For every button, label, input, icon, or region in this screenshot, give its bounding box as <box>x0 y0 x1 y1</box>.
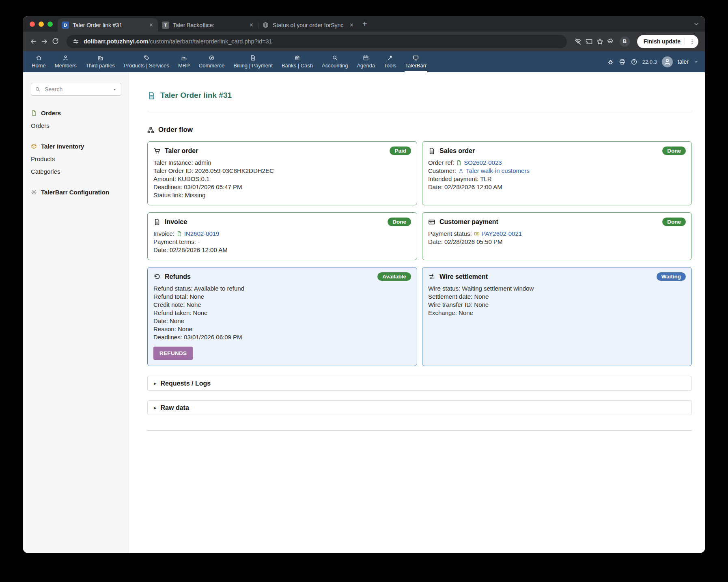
close-window-button[interactable] <box>30 22 35 27</box>
browser-profile-avatar[interactable]: B <box>620 37 630 47</box>
dolibarr-topbar: HomeMembersThird partiesProducts | Servi… <box>23 51 705 72</box>
menu-item-label: Commerce <box>199 63 225 69</box>
chevron-right-icon: ▸ <box>154 380 157 386</box>
card-line: Wire status: Waiting settlement window <box>428 285 686 293</box>
talerbarr-icon <box>413 55 419 61</box>
card-line: Taler Instance: admin <box>153 159 411 167</box>
user-menu[interactable]: taler <box>678 58 689 65</box>
card-line: Refund taken: None <box>153 309 411 317</box>
browser-window: DTaler Order link #31×TTaler Backoffice:… <box>23 16 705 553</box>
menu-item-label: TalerBarr <box>405 63 427 69</box>
tab-search-icon[interactable] <box>693 20 700 28</box>
card-link-so2602-0023[interactable]: SO2602-0023 <box>464 159 502 167</box>
gear-icon <box>31 189 37 195</box>
browser-menu-icon[interactable] <box>689 39 695 45</box>
forward-icon[interactable] <box>41 38 48 45</box>
back-icon[interactable] <box>30 38 37 45</box>
card-line-label: Invoice: <box>153 230 174 238</box>
chevron-right-icon: ▸ <box>154 405 157 411</box>
card-link-taler-walk-in-customers[interactable]: Taler walk-in customers <box>466 167 530 175</box>
menu-item-commerce[interactable]: Commerce <box>194 51 229 72</box>
sitemap-icon <box>147 127 154 134</box>
menu-item-billing-payment[interactable]: Billing | Payment <box>229 51 277 72</box>
search-input[interactable] <box>44 86 109 93</box>
refunds-button[interactable]: REFUNDS <box>153 347 193 360</box>
menu-item-label: Third parties <box>86 63 115 69</box>
card-link-pay2602-0021[interactable]: PAY2602-0021 <box>482 230 522 238</box>
browser-tab-taler-backoffice[interactable]: TTaler Backoffice:× <box>158 18 258 32</box>
address-bar[interactable]: dolibarr.potuzhnyi.com/custom/talerbarr/… <box>67 35 567 48</box>
user-avatar[interactable] <box>662 56 673 67</box>
status-badge: Done <box>388 218 411 226</box>
menu-item-talerbarr[interactable]: TalerBarr <box>401 51 431 72</box>
card-line: Intended payment: TLR <box>428 175 686 183</box>
card-line: Wire transfer ID: None <box>428 301 686 309</box>
cart-icon <box>153 147 161 155</box>
search-combobox[interactable] <box>31 83 121 96</box>
card-header: Sales orderDone <box>428 147 686 155</box>
network-error-icon[interactable] <box>574 38 582 45</box>
menu-item-accounting[interactable]: Accounting <box>317 51 352 72</box>
debug-bug-icon[interactable] <box>607 58 614 65</box>
tab-title: Status of your order forSync <box>273 22 345 28</box>
sidebar-section-taler-inventory[interactable]: Taler Inventory <box>31 143 121 150</box>
maximize-window-button[interactable] <box>47 22 53 27</box>
menu-item-banks-cash[interactable]: Banks | Cash <box>277 51 317 72</box>
order-link-doc-icon <box>147 91 156 100</box>
user-menu-caret-icon[interactable] <box>694 59 698 64</box>
card-refunds: RefundsAvailableRefund status: Available… <box>147 267 417 366</box>
card-header: Taler orderPaid <box>153 147 411 155</box>
collapsible-raw-data[interactable]: ▸Raw data <box>147 400 692 415</box>
cast-icon[interactable] <box>585 38 593 45</box>
browser-tab-taler-order-link-31[interactable]: DTaler Order link #31× <box>58 18 158 32</box>
sidebar-item-orders[interactable]: Orders <box>31 122 121 129</box>
new-tab-button[interactable]: + <box>358 20 371 28</box>
sidebar-section-talerbarr-configuration[interactable]: TalerBarr Configuration <box>31 189 121 196</box>
collapsible-requests-logs[interactable]: ▸Requests / Logs <box>147 376 692 391</box>
menu-item-tools[interactable]: Tools <box>379 51 401 72</box>
card-taler-order: Taler orderPaidTaler Instance: adminTale… <box>147 141 417 205</box>
site-settings-icon[interactable] <box>73 38 79 45</box>
sidebar-section-orders[interactable]: Orders <box>31 110 121 116</box>
menu-item-agenda[interactable]: Agenda <box>352 51 379 72</box>
search-caret-icon[interactable] <box>112 87 117 92</box>
tab-strip: DTaler Order link #31×TTaler Backoffice:… <box>23 16 705 32</box>
tab-close-icon[interactable]: × <box>149 22 154 28</box>
card-line: Settlement date: None <box>428 293 686 301</box>
menu-item-products-services[interactable]: Products | Services <box>119 51 174 72</box>
finish-update-label: Finish update <box>644 38 681 45</box>
bookmark-star-icon[interactable] <box>596 38 604 45</box>
menu-item-third-parties[interactable]: Third parties <box>81 51 119 72</box>
minimize-window-button[interactable] <box>39 22 44 27</box>
invoice-icon <box>153 218 161 226</box>
extensions-icon[interactable] <box>607 38 615 45</box>
sidebar-section-label: Orders <box>41 110 61 116</box>
menu-item-home[interactable]: Home <box>27 51 50 72</box>
menu-item-mrp[interactable]: MRP <box>174 51 194 72</box>
card-header: RefundsAvailable <box>153 272 411 281</box>
sidebar-item-categories[interactable]: Categories <box>31 168 121 175</box>
globe-favicon-icon <box>262 22 269 28</box>
menu-item-members[interactable]: Members <box>50 51 81 72</box>
tab-close-icon[interactable]: × <box>349 22 354 28</box>
card-lines: Order ref:SO2602-0023Customer:Taler walk… <box>428 159 686 191</box>
finish-update-button[interactable]: Finish update <box>637 35 698 48</box>
desktop-background: { "browser": { "tabs": [ {"title": "Tale… <box>0 0 728 582</box>
sidebar-item-products[interactable]: Products <box>31 155 121 162</box>
print-icon[interactable] <box>619 58 626 65</box>
card-line: Credit note: None <box>153 301 411 309</box>
browser-tab-status-of-your-order-forsync[interactable]: Status of your order forSync× <box>258 18 358 32</box>
tab-list: DTaler Order link #31×TTaler Backoffice:… <box>58 16 358 32</box>
topbar-right: ? 22.0.3 taler <box>607 51 705 72</box>
tab-close-icon[interactable]: × <box>249 22 254 28</box>
reload-icon[interactable] <box>52 38 59 45</box>
card-lines: Invoice:IN2602-0019Payment terms: -Date:… <box>153 230 411 254</box>
undo-icon <box>153 273 161 280</box>
menu-item-label: Products | Services <box>124 63 169 69</box>
help-icon[interactable]: ? <box>631 58 638 65</box>
card-line: Date: 02/28/2026 12:00 AM <box>153 246 411 254</box>
card-link-in2602-0019[interactable]: IN2602-0019 <box>184 230 220 238</box>
card-line: Payment terms: - <box>153 238 411 246</box>
card-line: Date: 02/28/2026 12:00 AM <box>428 183 686 191</box>
menu-item-label: Tools <box>384 63 396 69</box>
